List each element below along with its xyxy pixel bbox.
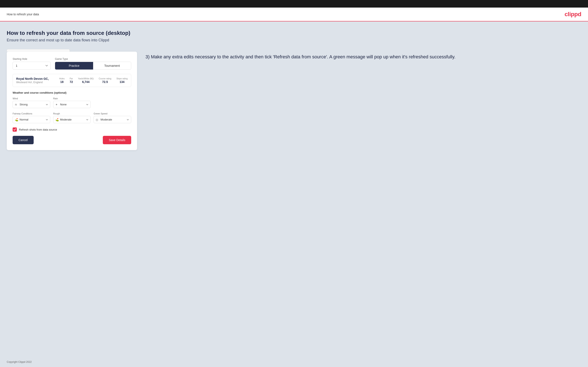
- holes-stat: Holes 18: [59, 77, 65, 83]
- rough-group: Rough ⛳ Moderate: [53, 112, 91, 123]
- holes-label: Holes: [59, 77, 65, 80]
- main-content: How to refresh your data from source (de…: [0, 21, 588, 357]
- fairway-select[interactable]: Normal: [13, 116, 50, 123]
- fairway-select-wrapper: ⛳ Normal: [13, 116, 50, 123]
- form-card-wrapper: Starting Hole 1 Game Type Practice Tourn…: [7, 49, 137, 150]
- course-name-area: Royal North Devon GC, Westward Ho!, Engl…: [16, 77, 58, 84]
- green-speed-select[interactable]: Moderate: [94, 116, 131, 123]
- fairway-label: Fairway Conditions: [13, 112, 50, 115]
- wind-rain-row: Wind ≋ Strong Rain ✦ N: [13, 97, 131, 108]
- content-area: Starting Hole 1 Game Type Practice Tourn…: [7, 49, 581, 150]
- par-label: Par: [69, 77, 73, 80]
- rough-select-wrapper: ⛳ Moderate: [53, 116, 91, 123]
- rain-label: Rain: [53, 97, 91, 100]
- rain-group: Rain ✦ None: [53, 97, 91, 108]
- wind-group: Wind ≋ Strong: [13, 97, 50, 108]
- practice-button[interactable]: Practice: [55, 62, 93, 69]
- rough-select[interactable]: Moderate: [53, 116, 91, 123]
- footer: Copyright Clippd 2022: [0, 357, 588, 367]
- holes-value: 18: [60, 80, 64, 83]
- course-info-box: Royal North Devon GC, Westward Ho!, Engl…: [13, 74, 131, 87]
- refresh-checkbox-row: Refresh shots from data source: [13, 127, 131, 132]
- green-speed-select-wrapper: ◎ Moderate: [94, 116, 131, 123]
- starting-hole-label: Starting Hole: [13, 58, 51, 60]
- course-location: Westward Ho!, England: [16, 81, 58, 84]
- wind-select[interactable]: Strong: [13, 101, 50, 108]
- yards-stat: Yards/White (M)) 6,744: [78, 77, 94, 83]
- refresh-checkbox[interactable]: [13, 127, 17, 132]
- green-speed-group: Green Speed ◎ Moderate: [94, 112, 131, 123]
- course-name: Royal North Devon GC,: [16, 77, 58, 80]
- tournament-button[interactable]: Tournament: [93, 62, 131, 69]
- par-stat: Par 72: [69, 77, 73, 83]
- game-type-buttons: Practice Tournament: [55, 62, 131, 70]
- form-card: Starting Hole 1 Game Type Practice Tourn…: [7, 52, 137, 150]
- fairway-group: Fairway Conditions ⛳ Normal: [13, 112, 50, 123]
- conditions-title: Weather and course conditions (optional): [13, 91, 131, 94]
- par-value: 72: [69, 80, 73, 83]
- app-header: How to refresh your data clippd: [0, 8, 588, 21]
- instruction-panel: 3) Make any extra edits necessary to the…: [146, 49, 581, 65]
- instruction-text: 3) Make any extra edits necessary to the…: [146, 53, 581, 60]
- course-stats: Holes 18 Par 72 Yards/White (M)) 6,744: [59, 77, 128, 83]
- wind-label: Wind: [13, 97, 50, 100]
- page-heading: How to refresh your data from source (de…: [7, 30, 581, 36]
- slope-rating-label: Slope rating: [116, 77, 128, 80]
- app-title: How to refresh your data: [7, 13, 39, 16]
- course-rating-label: Course rating: [99, 77, 112, 80]
- starting-hole-select[interactable]: 1: [13, 62, 51, 70]
- button-row: Cancel Save Details: [13, 136, 131, 144]
- game-type-label: Game Type: [55, 58, 131, 60]
- course-rating-value: 72.5: [102, 80, 108, 83]
- truncated-hint: [7, 49, 70, 52]
- green-speed-label: Green Speed: [94, 112, 131, 115]
- yards-value: 6,744: [82, 80, 90, 83]
- slope-rating-value: 134: [120, 80, 124, 83]
- cancel-button[interactable]: Cancel: [13, 136, 34, 144]
- yards-label: Yards/White (M)): [78, 77, 94, 80]
- fairway-rough-green-row: Fairway Conditions ⛳ Normal Rough ⛳: [13, 112, 131, 123]
- starting-hole-group: Starting Hole 1: [13, 58, 51, 70]
- checkmark-icon: [13, 128, 16, 131]
- top-form-row: Starting Hole 1 Game Type Practice Tourn…: [13, 58, 131, 70]
- wind-select-wrapper: ≋ Strong: [13, 101, 50, 108]
- rain-select-wrapper: ✦ None: [53, 101, 91, 108]
- game-type-group: Game Type Practice Tournament: [55, 58, 131, 70]
- course-rating-stat: Course rating 72.5: [99, 77, 112, 83]
- page-subheading: Ensure the correct and most up to date d…: [7, 38, 581, 42]
- save-button[interactable]: Save Details: [103, 136, 131, 144]
- rain-select[interactable]: None: [53, 101, 91, 108]
- top-bar: [0, 0, 588, 8]
- slope-rating-stat: Slope rating 134: [116, 77, 128, 83]
- rough-label: Rough: [53, 112, 91, 115]
- copyright-text: Copyright Clippd 2022: [7, 360, 32, 363]
- refresh-checkbox-label: Refresh shots from data source: [19, 128, 57, 131]
- logo: clippd: [565, 11, 581, 18]
